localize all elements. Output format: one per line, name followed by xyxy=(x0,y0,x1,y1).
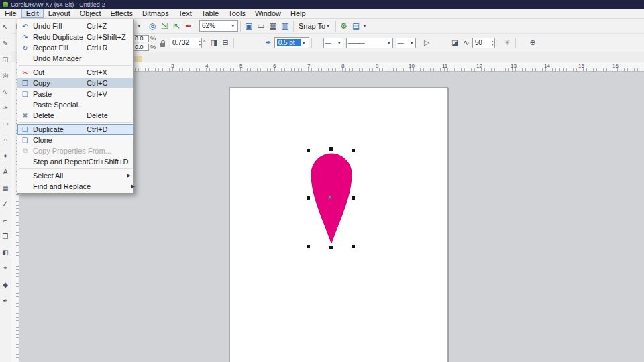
show-rulers-icon[interactable]: ▭ xyxy=(255,20,267,32)
scale-y-field[interactable]: 0.0 xyxy=(133,44,149,51)
duplicate-icon: ❒ xyxy=(19,126,31,133)
selection-center-marker[interactable]: × xyxy=(328,194,332,201)
end-arrowhead-combo[interactable]: — ▾ xyxy=(396,38,416,48)
export-icon[interactable]: ⇱ xyxy=(170,20,182,32)
menu-item-repeat-fill[interactable]: ↻ Repeat Fill Ctrl+R xyxy=(17,42,133,53)
document-page[interactable]: × xyxy=(229,87,448,362)
add-icon[interactable]: ⊕ xyxy=(527,37,539,48)
menu-item-paste-special[interactable]: Paste Special... xyxy=(17,99,133,110)
repeat-icon: ↻ xyxy=(19,44,31,52)
show-grid-icon[interactable]: ▦ xyxy=(267,20,279,32)
line-style-combo[interactable]: ——— ▾ xyxy=(346,38,393,48)
menu-item-label: Step and Repeat xyxy=(31,158,89,166)
crop-tool-icon[interactable]: ◱ xyxy=(0,54,11,64)
search-content-icon[interactable]: ◎ xyxy=(146,20,158,32)
chevron-down-icon: ▾ xyxy=(409,40,414,46)
mirror-vertical-icon[interactable]: ⊟ xyxy=(220,37,231,48)
zoom-tool-icon[interactable]: ◎ xyxy=(0,70,11,80)
menu-item-step-and-repeat[interactable]: Step and Repeat Ctrl+Shift+D xyxy=(17,156,133,167)
menu-window[interactable]: Window xyxy=(250,9,286,18)
snap-to-button[interactable]: Snap To ▾ xyxy=(296,20,333,32)
outline-width-combo[interactable]: 0.5 pt ▾ xyxy=(274,37,309,48)
redo-dropdown-icon[interactable]: ▾ xyxy=(137,23,142,29)
menu-item-duplicate[interactable]: ❒ Duplicate Ctrl+D xyxy=(17,124,133,135)
freehand-tool-icon[interactable]: ∿ xyxy=(0,86,11,97)
selection-handle-bottom-right[interactable] xyxy=(352,245,355,248)
shape-tool-icon[interactable]: ✎ xyxy=(0,38,11,48)
chevron-down-icon: ▾ xyxy=(386,40,391,46)
drop-shadow-tool-icon[interactable]: ❒ xyxy=(0,231,11,241)
selection-handle-top-middle[interactable] xyxy=(329,147,333,151)
menu-edit[interactable]: Edit xyxy=(21,9,44,18)
wrap-text-icon[interactable]: ▷ xyxy=(421,37,433,48)
text-tool-icon[interactable]: A xyxy=(0,166,11,177)
eyedropper-tool-icon[interactable]: ⌖ xyxy=(0,263,11,274)
table-tool-icon[interactable]: ▦ xyxy=(0,182,11,193)
publish-to-pdf-icon[interactable]: ✒ xyxy=(182,20,195,32)
menu-tools[interactable]: Tools xyxy=(223,9,250,18)
ellipse-tool-icon[interactable]: ○ xyxy=(0,134,11,145)
menu-bitmaps[interactable]: Bitmaps xyxy=(138,9,174,18)
scale-x-field[interactable]: 0.0 xyxy=(133,35,149,42)
smoothing-value: 50 xyxy=(475,39,492,46)
menu-item-copy[interactable]: ❐ Copy Ctrl+C xyxy=(17,78,133,88)
freeze-icon[interactable]: ✳ xyxy=(502,37,513,48)
menu-item-undo-fill[interactable]: ↶ Undo Fill Ctrl+Z xyxy=(17,21,133,32)
selection-handle-middle-left[interactable] xyxy=(307,196,310,200)
transparency-tool-icon[interactable]: ◧ xyxy=(0,247,11,257)
smoothing-field[interactable]: 50 ▴▾ xyxy=(472,38,495,48)
menu-item-shortcut: Ctrl+R xyxy=(87,44,125,52)
corner-style-icon[interactable]: ◪ xyxy=(449,37,461,48)
selection-handle-bottom-left[interactable] xyxy=(307,245,310,248)
selection-handle-top-left[interactable] xyxy=(307,149,310,152)
menu-text[interactable]: Text xyxy=(174,9,197,18)
menu-item-label: Redo Duplicate xyxy=(31,33,87,41)
mirror-horizontal-icon[interactable]: ◨ xyxy=(209,37,220,48)
menu-item-clone[interactable]: ❑ Clone xyxy=(17,135,133,145)
start-arrowhead-combo[interactable]: — ▾ xyxy=(323,38,343,48)
scale-y-suffix: % xyxy=(150,44,156,50)
application-launcher-icon[interactable]: ▤ xyxy=(350,20,362,32)
polygon-tool-icon[interactable]: ✦ xyxy=(0,150,11,161)
menu-layout[interactable]: Layout xyxy=(44,9,75,18)
import-icon[interactable]: ⇲ xyxy=(158,20,170,32)
dimension-tool-icon[interactable]: ∠ xyxy=(0,198,11,209)
menu-item-label: Clone xyxy=(31,136,87,144)
menu-item-redo-duplicate[interactable]: ↷ Redo Duplicate Ctrl+Shift+Z xyxy=(17,32,133,42)
menu-item-select-all[interactable]: Select All ▶ xyxy=(17,170,133,181)
menu-item-delete[interactable]: ✖ Delete Delete xyxy=(17,110,133,121)
rectangle-tool-icon[interactable]: ▭ xyxy=(0,118,11,129)
zoom-level-combo[interactable]: 62% ▾ xyxy=(199,20,238,32)
menu-effects[interactable]: Effects xyxy=(106,9,138,18)
menu-item-shortcut: Ctrl+D xyxy=(87,125,125,133)
menu-item-paste[interactable]: ❏ Paste Ctrl+V xyxy=(17,88,133,99)
application-launcher-dropdown-icon[interactable]: ▾ xyxy=(362,23,368,29)
menu-help[interactable]: Help xyxy=(286,9,311,18)
interactive-fill-tool-icon[interactable]: ◆ xyxy=(0,279,11,290)
pick-tool-icon[interactable]: ↖ xyxy=(0,21,11,32)
ruler-number: 15 xyxy=(578,63,584,69)
menu-object[interactable]: Object xyxy=(75,9,106,18)
menu-item-find-and-replace[interactable]: Find and Replace ▶ xyxy=(17,181,133,192)
coreldraw-window: CorelDRAW X7 (64-Bit) - Untitled-2 File … xyxy=(0,0,644,362)
ruler-number: 6 xyxy=(273,63,276,69)
ruler-number: 13 xyxy=(511,63,517,69)
rotation-angle-field[interactable]: 0.732 ▴▾ xyxy=(170,38,202,48)
artistic-media-tool-icon[interactable]: ✑ xyxy=(0,102,11,113)
outline-pen-tool-icon[interactable]: ✒ xyxy=(0,295,11,306)
menu-item-cut[interactable]: ✂ Cut Ctrl+X xyxy=(17,67,133,78)
spinner-icon[interactable]: ▴▾ xyxy=(492,40,494,46)
options-icon[interactable]: ⚙ xyxy=(338,20,350,32)
selection-handle-middle-right[interactable] xyxy=(352,196,355,200)
menu-table[interactable]: Table xyxy=(197,9,223,18)
selection-handle-top-right[interactable] xyxy=(352,149,355,152)
selection-handle-bottom-middle[interactable] xyxy=(329,246,333,249)
full-screen-preview-icon[interactable]: ▣ xyxy=(243,20,255,32)
spinner-icon[interactable]: ▴▾ xyxy=(199,40,201,46)
menu-item-shortcut: Delete xyxy=(87,111,125,119)
menu-item-undo-manager[interactable]: Undo Manager xyxy=(17,53,133,64)
lock-ratio-icon[interactable] xyxy=(159,38,166,48)
menu-file[interactable]: File xyxy=(0,9,21,18)
show-guidelines-icon[interactable]: ▥ xyxy=(279,20,291,32)
connector-tool-icon[interactable]: ⌐ xyxy=(0,215,11,225)
